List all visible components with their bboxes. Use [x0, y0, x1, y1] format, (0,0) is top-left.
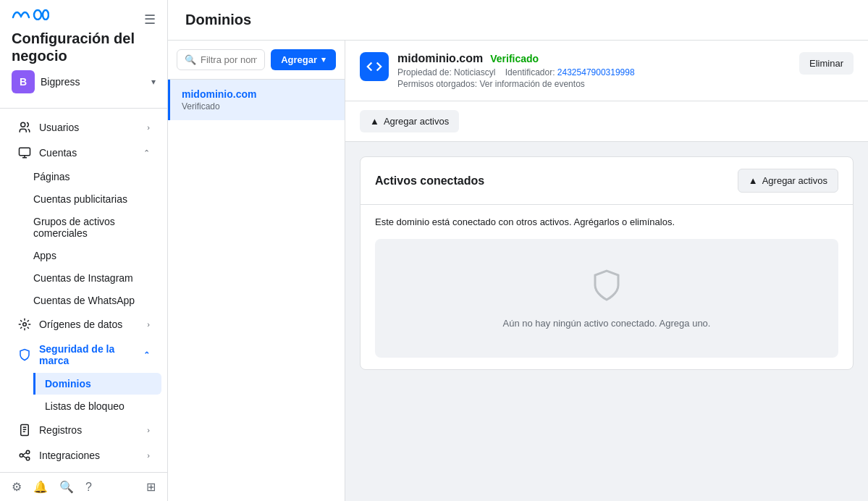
sidebar-item-label: Seguridad de la marca: [39, 343, 136, 366]
sidebar-item-origenes[interactable]: Orígenes de datos ›: [6, 312, 161, 337]
sidebar-item-listas-bloqueo[interactable]: Listas de bloqueo: [33, 395, 161, 417]
domain-name-text: midominio.com: [397, 52, 483, 65]
svg-line-12: [23, 452, 27, 455]
domain-list-panel: 🔍 Agregar ▾ midominio.com Verificado: [168, 41, 345, 501]
domain-status: Verificado: [182, 101, 333, 111]
svg-point-11: [26, 457, 30, 460]
domain-toolbar: 🔍 Agregar ▾: [168, 41, 345, 80]
svg-point-10: [26, 450, 30, 454]
agregar-button[interactable]: Agregar ▾: [271, 49, 336, 70]
connected-assets-body: Este dominio está conectado con otros ac…: [361, 205, 853, 369]
sidebar-item-integraciones[interactable]: Integraciones ›: [6, 443, 161, 468]
sidebar-item-whatsapp[interactable]: Cuentas de WhatsApp: [33, 290, 161, 311]
add-assets-label: Agregar activos: [762, 175, 827, 186]
sidebar-item-grupos[interactable]: Grupos de activos comerciales: [33, 211, 161, 244]
main-header: Dominios: [168, 0, 868, 41]
registros-icon: [17, 424, 32, 437]
svg-point-9: [20, 454, 23, 458]
search-input[interactable]: [201, 54, 257, 65]
shield-icon: [17, 348, 32, 361]
svg-point-4: [23, 323, 27, 327]
grid-icon[interactable]: ⊞: [146, 480, 156, 494]
page-title: Dominios: [185, 12, 851, 28]
sidebar-footer: ⚙ 🔔 🔍 ? ⊞: [0, 472, 167, 501]
sidebar-title: Configuración del negocio: [12, 30, 156, 64]
identifier-link[interactable]: 2432547900319998: [557, 67, 635, 77]
sidebar-item-label: Registros: [39, 424, 140, 436]
sidebar-item-cuentas-pub[interactable]: Cuentas publicitarias: [33, 188, 161, 210]
domain-icon: [360, 52, 389, 81]
account-chevron-icon: ▾: [151, 77, 156, 87]
search-container: 🔍: [177, 49, 265, 70]
avatar: B: [12, 70, 35, 93]
sidebar-menu: Usuarios › Cuentas ⌃ Páginas Cuentas pub…: [0, 109, 167, 472]
integraciones-icon: [17, 449, 32, 462]
identifier-label: Identificador:: [505, 67, 555, 77]
domain-actions: ▲ Agregar activos: [345, 101, 868, 142]
sidebar-item-cuentas[interactable]: Cuentas ⌃: [6, 140, 161, 165]
chevron-down-icon: ›: [147, 320, 150, 329]
empty-state: Aún no hay ningún activo conectado. Agre…: [375, 239, 838, 358]
sidebar-item-dominios[interactable]: Dominios: [33, 373, 161, 395]
verified-badge: Verificado: [490, 53, 539, 64]
domain-permissions: Permisos otorgados: Ver información de e…: [397, 79, 635, 89]
account-name: Bigpress: [41, 76, 146, 88]
add-chevron-icon: ▾: [321, 55, 326, 64]
chevron-down-icon: ›: [147, 123, 150, 132]
sidebar-account[interactable]: B Bigpress ▾: [12, 64, 156, 99]
connected-assets-header: Activos conectados ▲ Agregar activos: [361, 157, 853, 205]
domain-header: midominio.com Verificado Propiedad de: N…: [345, 41, 868, 101]
sidebar-item-apps[interactable]: Apps: [33, 245, 161, 266]
help-icon[interactable]: ?: [85, 481, 92, 494]
svg-point-0: [34, 10, 41, 20]
eliminar-button[interactable]: Eliminar: [799, 52, 854, 75]
svg-rect-3: [20, 148, 30, 156]
svg-point-2: [21, 122, 25, 127]
agregar-activos-button[interactable]: ▲ Agregar activos: [360, 110, 459, 132]
svg-line-13: [23, 456, 27, 458]
cuentas-icon: [17, 146, 32, 159]
sidebar-item-label: Integraciones: [39, 450, 140, 461]
main-content: 🔍 Agregar ▾ midominio.com Verificado: [168, 41, 868, 501]
empty-state-text: Aún no hay ningún activo conectado. Agre…: [503, 318, 711, 329]
domain-heading: midominio.com Verificado: [397, 52, 635, 65]
chevron-up-icon: ⌃: [143, 148, 150, 158]
meta-logo-icon: [12, 9, 49, 24]
cuentas-submenu: Páginas Cuentas publicitarias Grupos de …: [0, 166, 167, 311]
domain-detail-panel: midominio.com Verificado Propiedad de: N…: [345, 41, 868, 501]
sidebar-header: ☰ Configuración del negocio B Bigpress ▾: [0, 0, 167, 109]
connected-assets-section: Activos conectados ▲ Agregar activos Est…: [345, 142, 868, 501]
seguridad-submenu: Dominios Listas de bloqueo: [0, 373, 167, 417]
agregar-activos-label: Agregar activos: [384, 116, 449, 127]
domain-list-item[interactable]: midominio.com Verificado: [168, 80, 345, 120]
sidebar-item-instagram[interactable]: Cuentas de Instagram: [33, 267, 161, 289]
meta-logo: [12, 9, 49, 24]
usuarios-icon: [17, 121, 32, 134]
sidebar-item-label: Orígenes de datos: [39, 319, 140, 330]
svg-point-1: [43, 10, 49, 20]
owner-label: Propiedad de:: [397, 67, 452, 77]
notifications-icon[interactable]: 🔔: [33, 480, 48, 494]
agregar-label: Agregar: [281, 54, 317, 65]
add-asset-icon2: ▲: [749, 175, 758, 186]
search-icon[interactable]: 🔍: [59, 480, 74, 494]
add-assets-header-button[interactable]: ▲ Agregar activos: [738, 169, 838, 193]
search-icon: 🔍: [185, 54, 196, 65]
sidebar-item-registros[interactable]: Registros ›: [6, 418, 161, 442]
sidebar-item-paginas[interactable]: Páginas: [33, 166, 161, 188]
sidebar-item-usuarios[interactable]: Usuarios ›: [6, 115, 161, 140]
add-asset-icon: ▲: [370, 116, 379, 127]
hamburger-menu[interactable]: ☰: [144, 12, 156, 28]
connected-assets-title: Activos conectados: [375, 174, 484, 188]
empty-icon: [589, 268, 624, 309]
domain-meta: Propiedad de: Noticiascyl Identificador:…: [397, 67, 635, 77]
domain-name: midominio.com: [182, 88, 333, 100]
settings-icon[interactable]: ⚙: [12, 480, 22, 494]
main-content-area: Dominios 🔍 Agregar ▾ midominio.com Verif…: [168, 0, 868, 501]
chevron-down-icon: ›: [147, 451, 150, 460]
chevron-up-icon: ⌃: [143, 350, 150, 360]
owner-name: Noticiascyl: [454, 67, 495, 77]
sidebar: ☰ Configuración del negocio B Bigpress ▾…: [0, 0, 168, 501]
connected-assets-card: Activos conectados ▲ Agregar activos Est…: [360, 156, 854, 370]
sidebar-item-seguridad[interactable]: Seguridad de la marca ⌃: [6, 337, 161, 372]
